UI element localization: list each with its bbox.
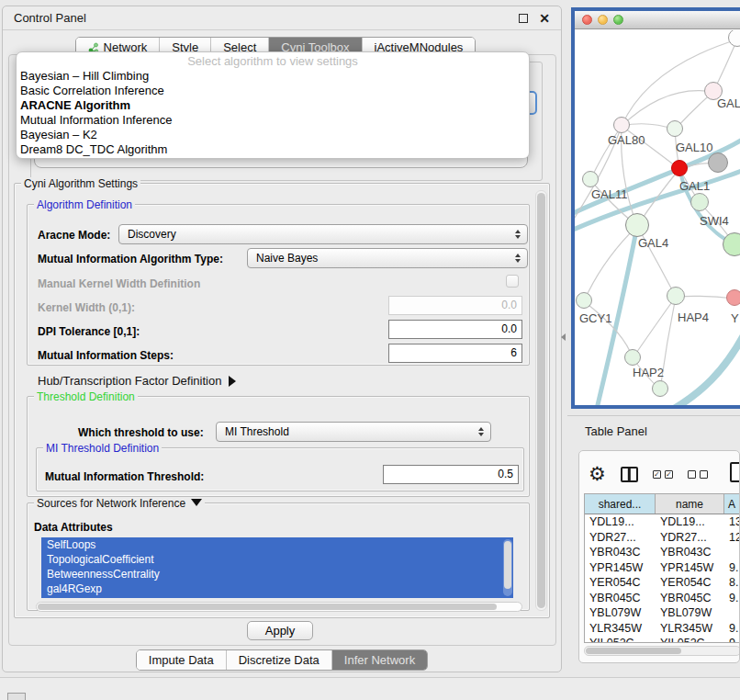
table-row[interactable]: YBR043CYBR043C	[585, 545, 740, 560]
node-gal10[interactable]	[667, 120, 683, 137]
table-row[interactable]: YBR045CYBR045C9.	[585, 591, 740, 606]
checked-boxes-icon[interactable]: ✓✓	[653, 470, 673, 479]
table-cell: YBR043C	[656, 545, 724, 560]
minimize-traffic-light-icon[interactable]	[598, 15, 608, 25]
node-label-hap4: HAP4	[678, 310, 709, 324]
close-icon[interactable]: ✕	[539, 14, 550, 23]
dropdown-item-bayesian-hill-climbing[interactable]: Bayesian – Hill Climbing	[17, 69, 529, 84]
node-gcy1[interactable]	[576, 292, 592, 309]
table-body: YDL19...YDL19...13YDR27...YDR27...12YBR0…	[585, 514, 740, 643]
hub-section-toggle[interactable]: Hub/Transcription Factor Definition	[38, 374, 236, 388]
column-header-a[interactable]: A	[724, 494, 740, 514]
control-panel-titlebar: Control Panel ✕	[3, 6, 561, 30]
table-row[interactable]: YLR345WYLR345W9.	[585, 621, 740, 637]
table-cell: YBR045C	[585, 591, 656, 606]
attributes-scrollbar-thumb[interactable]	[504, 541, 511, 589]
zoom-traffic-light-icon[interactable]	[613, 15, 623, 25]
mi-steps-field[interactable]: 6	[388, 344, 522, 363]
table-header-row: shared...nameA	[585, 494, 740, 514]
manual-kernel-checkbox[interactable]	[506, 275, 519, 288]
node[interactable]	[726, 289, 740, 306]
settings-scrollbar-thumb[interactable]	[537, 193, 545, 608]
sources-toggle[interactable]: Sources for Network Inference	[34, 497, 205, 510]
node-gal80[interactable]	[613, 117, 630, 133]
table-hscrollbar[interactable]	[584, 646, 740, 656]
table-row[interactable]: YIL052CYIL052C9.	[585, 636, 740, 643]
attribute-item-topologicalcoefficient[interactable]: TopologicalCoefficient	[41, 552, 513, 567]
combo-arrows-icon	[478, 427, 484, 436]
kernel-width-field[interactable]: 0.0	[388, 296, 522, 315]
control-panel-window: Control Panel ✕ NetworkStyleSelectCyni T…	[2, 6, 562, 672]
algorithm-dropdown-list: Bayesian – Hill ClimbingBasic Correlatio…	[17, 69, 529, 157]
table-cell: YIL052C	[585, 636, 656, 643]
bottom-tab-discretize-data[interactable]: Discretize Data	[226, 650, 331, 670]
table-hscrollbar-thumb[interactable]	[586, 648, 681, 654]
table-cell: YPR145W	[656, 560, 724, 576]
columns-icon[interactable]	[621, 467, 638, 482]
aracne-mode-combo[interactable]: Discovery	[118, 224, 528, 244]
bottom-strip	[0, 677, 740, 700]
table-row[interactable]: YPR145WYPR145W9.	[585, 560, 740, 576]
table-cell: 9.	[724, 560, 740, 576]
node-gal11[interactable]	[582, 171, 599, 187]
settings-scrollbar[interactable]	[535, 190, 547, 611]
network-canvas[interactable]: GALGAL80GAL10GAL1GAL11SWI4GAL4GCY1HAP4YH…	[575, 30, 740, 409]
node[interactable]	[708, 152, 728, 173]
splitter-grip-icon[interactable]	[561, 333, 566, 341]
node[interactable]	[690, 193, 709, 211]
table-row[interactable]: YDR27...YDR27...12	[585, 530, 740, 546]
table-cell: 9.	[724, 621, 740, 637]
dropdown-item-bayesian-k2[interactable]: Bayesian – K2	[17, 128, 529, 142]
table-row[interactable]: YBL079WYBL079W	[585, 605, 740, 621]
combo-arrows-icon	[515, 230, 521, 239]
column-header-shared[interactable]: shared...	[585, 494, 656, 514]
attribute-item-betweennesscentrality[interactable]: BetweennessCentrality	[41, 567, 513, 581]
column-header-name[interactable]: name	[656, 494, 724, 514]
bottom-tab-infer-network[interactable]: Infer Network	[331, 650, 427, 670]
attributes-scrollbar[interactable]	[503, 539, 512, 596]
document-icon[interactable]	[730, 462, 740, 482]
dropdown-item-basic-correlation-inference[interactable]: Basic Correlation Inference	[17, 84, 529, 98]
mi-type-label: Mutual Information Algorithm Type:	[38, 253, 223, 265]
dpi-tolerance-label: DPI Tolerance [0,1]:	[38, 325, 140, 338]
table-row[interactable]: YER054CYER054C8.	[585, 575, 740, 591]
close-traffic-light-icon[interactable]	[582, 15, 592, 25]
node[interactable]	[652, 380, 668, 397]
dropdown-item-dream8-dc-tdc-algorithm[interactable]: Dream8 DC_TDC Algorithm	[17, 142, 529, 157]
node-label-gal80: GAL80	[608, 133, 645, 147]
table-cell: YDR27...	[585, 530, 656, 546]
node-gal4[interactable]	[625, 213, 649, 237]
unchecked-boxes-icon[interactable]	[688, 470, 708, 479]
node-label-gal11: GAL11	[591, 187, 628, 201]
bottom-tab-impute-data[interactable]: Impute Data	[137, 650, 226, 670]
table-cell: 9.	[724, 636, 740, 643]
mi-threshold-field[interactable]: 0.5	[383, 465, 519, 484]
attributes-hscrollbar[interactable]	[36, 602, 522, 612]
attributes-hscrollbar-thumb[interactable]	[38, 604, 497, 610]
node-hap4[interactable]	[667, 287, 685, 305]
mi-threshold-label: Mutual Information Threshold:	[45, 470, 204, 483]
data-attributes-list[interactable]: SelfLoopsTopologicalCoefficientBetweenne…	[41, 537, 513, 598]
table-cell	[724, 545, 740, 560]
bottom-stub-button[interactable]	[7, 693, 26, 700]
float-window-icon[interactable]	[519, 14, 528, 23]
bottom-tab-bar-wrap: Impute DataDiscretize DataInfer Network	[3, 649, 561, 671]
network-window-titlebar[interactable]	[575, 11, 740, 29]
which-threshold-value: MI Threshold	[225, 425, 289, 438]
attribute-item-selfloops[interactable]: SelfLoops	[41, 537, 513, 552]
dropdown-item-mutual-information-inference[interactable]: Mutual Information Inference	[17, 113, 529, 128]
node-hap2[interactable]	[624, 349, 641, 366]
node-gal1[interactable]	[671, 160, 688, 176]
node-swi4[interactable]	[723, 232, 740, 256]
collapse-down-icon	[191, 499, 202, 506]
mi-type-value: Naive Bayes	[256, 252, 318, 265]
table-row[interactable]: YDL19...YDL19...13	[585, 514, 740, 530]
apply-button[interactable]: Apply	[247, 621, 313, 640]
gear-icon[interactable]: ⚙	[589, 465, 606, 483]
mi-type-combo[interactable]: Naive Bayes	[247, 248, 528, 268]
dpi-tolerance-field[interactable]: 0.0	[388, 320, 522, 339]
which-threshold-combo[interactable]: MI Threshold	[216, 422, 491, 442]
table-cell: YBR043C	[585, 545, 656, 560]
dropdown-item-aracne-algorithm[interactable]: ARACNE Algorithm	[17, 98, 529, 113]
attribute-item-gal4rgexp[interactable]: gal4RGexp	[41, 581, 513, 596]
